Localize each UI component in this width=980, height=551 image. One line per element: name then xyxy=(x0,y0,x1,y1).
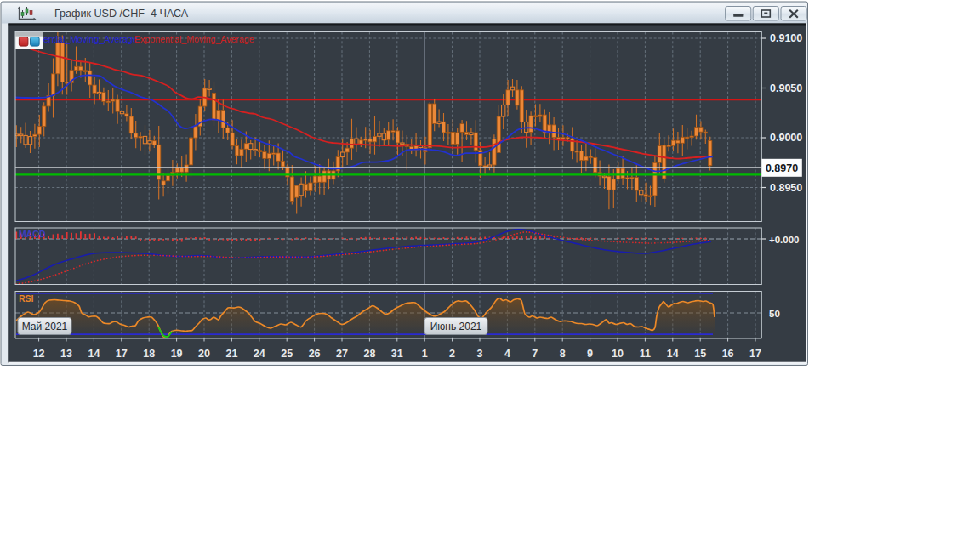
svg-text:0.9050: 0.9050 xyxy=(770,82,802,94)
svg-text:26: 26 xyxy=(309,348,321,360)
svg-text:12: 12 xyxy=(33,348,45,360)
svg-text:Май 2021: Май 2021 xyxy=(22,321,68,332)
svg-text:0.9000: 0.9000 xyxy=(770,132,802,144)
svg-text:0.9100: 0.9100 xyxy=(770,32,802,44)
svg-text:10: 10 xyxy=(612,348,624,360)
svg-text:18: 18 xyxy=(143,348,155,360)
svg-text:0.8970: 0.8970 xyxy=(766,162,798,174)
svg-text:17: 17 xyxy=(749,348,761,360)
svg-text:График USD /CHF 4 ЧАСА: График USD /CHF 4 ЧАСА xyxy=(54,8,189,20)
svg-text:15: 15 xyxy=(694,348,706,360)
svg-text:2: 2 xyxy=(449,348,455,360)
svg-text:14: 14 xyxy=(667,348,679,360)
svg-text:3: 3 xyxy=(477,348,483,360)
svg-text:0.8950: 0.8950 xyxy=(770,182,802,194)
svg-text:RSI: RSI xyxy=(19,293,34,304)
svg-text:4: 4 xyxy=(504,348,510,360)
svg-text:50: 50 xyxy=(769,309,780,319)
svg-text:16: 16 xyxy=(722,348,734,360)
svg-text:25: 25 xyxy=(281,348,293,360)
svg-text:14: 14 xyxy=(88,348,100,360)
svg-text:17: 17 xyxy=(116,348,128,360)
svg-text:7: 7 xyxy=(532,348,538,360)
svg-text:24: 24 xyxy=(254,348,265,360)
svg-text:+0.000: +0.000 xyxy=(769,235,800,245)
svg-text:11: 11 xyxy=(640,348,651,360)
svg-text:8: 8 xyxy=(560,348,566,360)
svg-text:28: 28 xyxy=(363,348,375,360)
svg-text:1: 1 xyxy=(422,348,428,360)
svg-text:31: 31 xyxy=(391,348,403,360)
svg-text:19: 19 xyxy=(171,348,183,360)
svg-text:13: 13 xyxy=(60,348,72,360)
svg-text:9: 9 xyxy=(587,348,593,360)
svg-text:27: 27 xyxy=(336,348,348,360)
svg-text:21: 21 xyxy=(225,348,237,360)
svg-text:MACD: MACD xyxy=(19,229,46,239)
svg-text:20: 20 xyxy=(198,348,210,360)
svg-text:Июнь 2021: Июнь 2021 xyxy=(430,321,482,332)
svg-text:Exponential_Moving_Average: Exponential_Moving_Average xyxy=(134,34,254,44)
